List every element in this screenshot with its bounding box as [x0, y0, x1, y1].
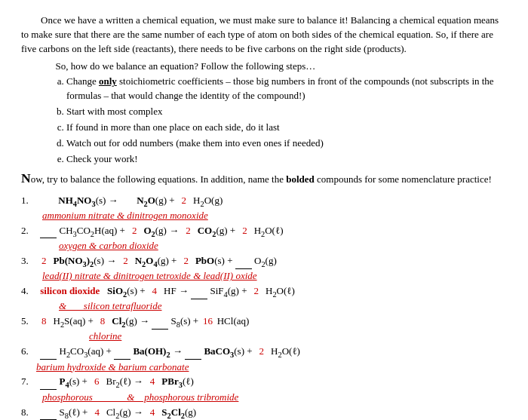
problem-3-eq: 3. 2 Pb(NO3)2(s) → 2 N2O4(g) + 2 PbO(s) …	[21, 253, 507, 270]
problem-2-eq: 2. CH3CO2H(aq) + 2 O2(g) → 2 CO2(g) + 2 …	[21, 223, 507, 240]
problem-7: 7. P4(s) + 6 Br2(ℓ) → 4 PBr3(ℓ) phosphor…	[21, 374, 507, 403]
problem-4-eq: 4. silicon dioxide SiO2(s) + 4 HF → SiF4…	[21, 284, 507, 300]
try-paragraph: Now, try to balance the following equati…	[21, 169, 507, 188]
intro-paragraph-1: Once we have a written a chemical equati…	[21, 14, 507, 57]
steps-list: Change only stoichiometric coefficients …	[66, 75, 507, 166]
problems-list: 1. NH4NO3(s) → N2O(g) + 2 H2O(g) ammoniu…	[21, 193, 507, 420]
problem-6-eq: 6. H2CO3(aq) + Ba(OH)2 → BaCO3(s) + 2 H2…	[21, 344, 507, 360]
problem-6-name: barium hydroxide & barium carbonate	[36, 361, 507, 374]
step-a: Change only stoichiometric coefficients …	[66, 75, 507, 103]
problem-1: 1. NH4NO3(s) → N2O(g) + 2 H2O(g) ammoniu…	[21, 193, 507, 222]
problem-5: 5. 8 H2S(aq) + 8 Cl2(g) → S8(s) + 16 HCl…	[21, 314, 507, 343]
problem-5-eq: 5. 8 H2S(aq) + 8 Cl2(g) → S8(s) + 16 HCl…	[21, 314, 507, 330]
problem-7-name: phosphorous & phosphorous tribromide	[42, 391, 507, 404]
step-e: Check your work!	[66, 152, 507, 167]
step-d: Watch out for odd numbers (make them int…	[66, 136, 507, 151]
step-c: If found in more than one place on each …	[66, 121, 507, 135]
problem-8: 8. S8(ℓ) + 4 Cl2(g) → 4 S2Cl2(g) disulfu…	[21, 405, 507, 420]
problem-2: 2. CH3CO2H(aq) + 2 O2(g) → 2 CO2(g) + 2 …	[21, 223, 507, 253]
intro-paragraph-2: So, how do we balance an equation? Follo…	[21, 60, 507, 74]
problem-3-name: lead(II) nitrate & dinitrogen tetroxide …	[42, 270, 507, 283]
problem-1-name: ammonium nitrate & dinitrogen monoxide	[42, 210, 507, 222]
problem-7-eq: 7. P4(s) + 6 Br2(ℓ) → 4 PBr3(ℓ)	[21, 374, 507, 391]
problem-4: 4. silicon dioxide SiO2(s) + 4 HF → SiF4…	[21, 284, 507, 313]
page-content: Once we have a written a chemical equati…	[21, 14, 507, 420]
problem-4-name: & silicon tetrafluoride	[59, 300, 507, 313]
problem-2-name: oxygen & carbon dioxide	[59, 240, 507, 253]
problem-6: 6. H2CO3(aq) + Ba(OH)2 → BaCO3(s) + 2 H2…	[21, 344, 507, 373]
problem-1-eq: 1. NH4NO3(s) → N2O(g) + 2 H2O(g)	[21, 193, 507, 210]
problem-5-name: chlorine	[89, 330, 507, 343]
problem-8-eq: 8. S8(ℓ) + 4 Cl2(g) → 4 S2Cl2(g)	[21, 405, 507, 420]
step-b: Start with most complex	[66, 105, 507, 119]
problem-3: 3. 2 Pb(NO3)2(s) → 2 N2O4(g) + 2 PbO(s) …	[21, 253, 507, 283]
